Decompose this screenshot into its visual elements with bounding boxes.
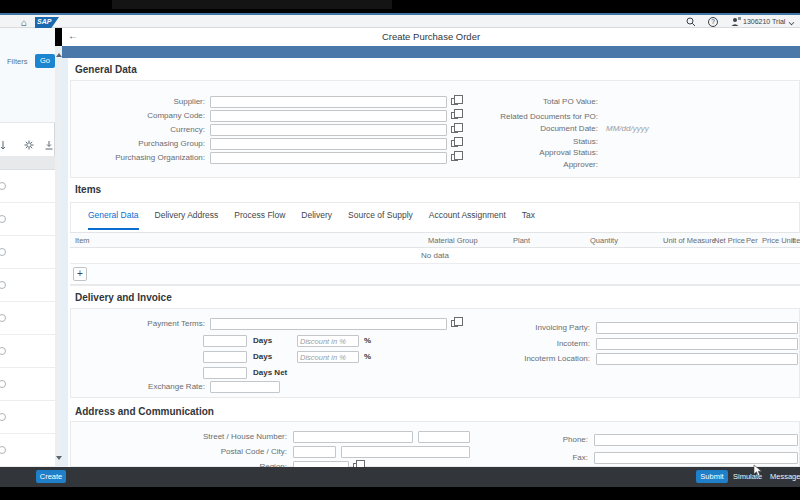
items-table-header: Item Material Group Plant Quantity Unit … xyxy=(70,232,800,248)
column-header[interactable]: Item Value xyxy=(792,236,800,245)
sap-logo-text: SAP xyxy=(37,18,51,25)
incoterm-location-input[interactable] xyxy=(596,353,798,365)
filters-label: Filters xyxy=(7,57,27,66)
scrollbar[interactable] xyxy=(55,46,62,467)
create-purchase-order-dialog: ← Create Purchase Order General Data Sup… xyxy=(62,28,800,467)
city-input[interactable] xyxy=(341,446,470,458)
tab-general-data[interactable]: General Data xyxy=(88,210,139,230)
tab-process-flow[interactable]: Process Flow xyxy=(234,210,285,230)
column-header[interactable]: Material Group xyxy=(428,236,478,245)
tab-account-assignment[interactable]: Account Assignment xyxy=(429,210,506,230)
radio-icon[interactable] xyxy=(0,281,6,289)
street-input[interactable] xyxy=(293,431,413,443)
exchange-rate-input[interactable] xyxy=(210,381,280,393)
info-label: Total PO Value: xyxy=(420,96,598,108)
field-label: Company Code: xyxy=(62,110,205,122)
field-label: Payment Terms: xyxy=(62,318,205,330)
header-band xyxy=(62,46,800,58)
field-label: Fax: xyxy=(460,452,588,464)
list-item[interactable] xyxy=(0,269,55,302)
app-header: ⌂ SAP ? 1306210 Trial xyxy=(0,13,800,28)
section-title-delivery-invoice: Delivery and Invoice xyxy=(75,292,172,303)
phone-input[interactable] xyxy=(594,434,798,446)
radio-icon[interactable] xyxy=(0,446,6,454)
days-net-input[interactable] xyxy=(203,367,247,379)
info-label: Approver: xyxy=(420,159,598,171)
letterbox-bottom xyxy=(0,487,800,500)
list-item[interactable] xyxy=(0,302,55,335)
column-header[interactable]: Unit of Measure xyxy=(663,236,716,245)
percent1-label: % xyxy=(364,335,371,347)
info-label: Related Documents for PO: xyxy=(420,111,598,123)
submit-button[interactable]: Submit xyxy=(696,470,728,483)
field-label: Invoicing Party: xyxy=(432,322,590,334)
tab-tax[interactable]: Tax xyxy=(522,210,535,230)
field-label: Purchasing Group: xyxy=(62,138,205,150)
list-item[interactable] xyxy=(0,170,55,203)
incoterm-input[interactable] xyxy=(596,338,798,350)
items-tab-bar: General Data Delivery Address Process Fl… xyxy=(88,210,535,230)
list-item[interactable] xyxy=(0,335,55,368)
days2-input[interactable] xyxy=(203,351,247,363)
search-icon[interactable] xyxy=(686,17,696,27)
list-item[interactable] xyxy=(0,236,55,269)
purchasing-group-input[interactable] xyxy=(210,138,447,150)
fax-input[interactable] xyxy=(594,452,798,464)
field-label: Phone: xyxy=(460,434,588,446)
list-item[interactable] xyxy=(0,368,55,401)
items-add-row: + xyxy=(70,264,800,285)
no-data-text: No data xyxy=(70,248,800,264)
discount1-input[interactable] xyxy=(297,335,359,347)
list-item[interactable] xyxy=(0,203,55,236)
field-label: Currency: xyxy=(62,124,205,136)
gear-icon[interactable] xyxy=(24,140,34,150)
tab-delivery[interactable]: Delivery xyxy=(301,210,332,230)
invoicing-party-input[interactable] xyxy=(596,322,798,334)
scroll-down-icon[interactable] xyxy=(56,456,62,460)
add-item-button[interactable]: + xyxy=(73,267,87,281)
items-empty-row: No data xyxy=(70,248,800,264)
scroll-up-icon[interactable] xyxy=(56,53,62,57)
radio-icon[interactable] xyxy=(0,314,6,322)
currency-input[interactable] xyxy=(210,124,447,136)
field-label: Exchange Rate: xyxy=(62,381,205,393)
messages-button[interactable]: Messages xyxy=(770,470,800,483)
radio-icon[interactable] xyxy=(0,380,6,388)
go-button[interactable]: Go xyxy=(35,54,55,68)
supplier-input[interactable] xyxy=(210,96,447,108)
tab-source-of-supply[interactable]: Source of Supply xyxy=(348,210,413,230)
download-icon[interactable] xyxy=(44,140,54,150)
radio-icon[interactable] xyxy=(0,347,6,355)
document-date-value: MM/dd/yyyy xyxy=(606,123,649,135)
info-label: Document Date: xyxy=(420,123,598,135)
create-button[interactable]: Create xyxy=(36,470,66,483)
radio-icon[interactable] xyxy=(0,248,6,256)
radio-icon[interactable] xyxy=(0,413,6,421)
tab-delivery-address[interactable]: Delivery Address xyxy=(155,210,219,230)
discount2-input[interactable] xyxy=(297,351,359,363)
radio-icon[interactable] xyxy=(0,215,6,223)
section-title-items: Items xyxy=(75,184,101,195)
dialog-titlebar: ← Create Purchase Order xyxy=(62,28,800,46)
column-header[interactable]: Item xyxy=(75,236,90,245)
list-item[interactable] xyxy=(0,434,55,467)
help-icon[interactable]: ? xyxy=(708,17,718,27)
payment-terms-input[interactable] xyxy=(210,318,447,330)
chevron-down-icon[interactable] xyxy=(789,20,795,26)
field-label: Postal Code / City: xyxy=(104,446,287,458)
user-label[interactable]: 1306210 Trial xyxy=(743,18,785,25)
column-header[interactable]: Price Unit xyxy=(762,236,795,245)
user-icon[interactable] xyxy=(731,17,741,27)
column-header[interactable]: Net Price xyxy=(714,236,745,245)
days1-input[interactable] xyxy=(203,335,247,347)
column-header[interactable]: Plant xyxy=(513,236,530,245)
column-header[interactable]: Quantity xyxy=(590,236,618,245)
column-header[interactable]: Per xyxy=(746,236,758,245)
company-code-input[interactable] xyxy=(210,110,447,122)
postal-code-input[interactable] xyxy=(293,446,336,458)
purchasing-organization-input[interactable] xyxy=(210,152,447,164)
dialog-title: Create Purchase Order xyxy=(62,31,800,42)
sort-icon[interactable] xyxy=(0,140,9,150)
radio-icon[interactable] xyxy=(0,182,6,190)
list-item[interactable] xyxy=(0,401,55,434)
